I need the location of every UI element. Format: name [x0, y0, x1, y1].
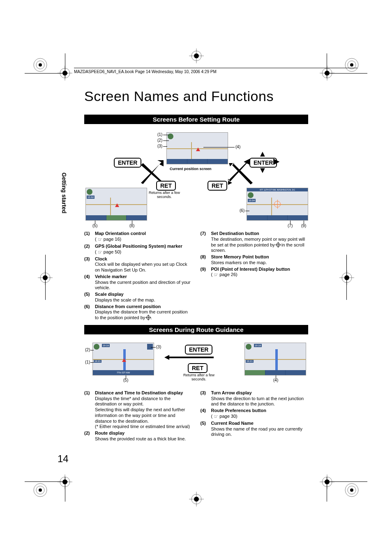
page: MAZDASPEED6_NAVI_EA.book Page 14 Wednesd…	[0, 0, 392, 555]
crop-line	[65, 477, 65, 502]
defs-left-col: (1)Map Orientation control( ☞ page 16) (…	[84, 231, 192, 322]
callout2-3: (3)	[156, 345, 161, 349]
defs-right-col: (7)Set Destination buttonThe destination…	[201, 231, 309, 322]
crop-line	[65, 53, 65, 78]
registration-cross-icon	[339, 270, 354, 285]
content-area: Screen Names and Functions Screens Befor…	[84, 88, 308, 443]
section-heading-2: Screens During Route Guidance	[84, 325, 308, 334]
screen-route-menu: 19:16 19:21	[244, 343, 306, 375]
callout2-1: (1)	[85, 360, 90, 364]
svg-point-24	[39, 488, 42, 492]
svg-marker-47	[229, 163, 253, 184]
callout-4: (4)	[235, 145, 240, 149]
definitions-section-2: (1)Distance and Time to Destination disp…	[84, 390, 308, 443]
enter-button-left: ENTER	[114, 158, 141, 168]
registration-cross-icon	[189, 492, 204, 507]
callout-5: (5)	[92, 223, 97, 228]
callout-9: (9)	[301, 223, 306, 228]
registration-mark-icon	[33, 58, 48, 72]
arrow-up-icon: ▲	[258, 150, 267, 158]
crosshair-icon	[276, 243, 280, 247]
section-heading-1: Screens Before Setting Route	[84, 115, 308, 124]
diagram-before-route: Current position screen (1) (2) (3) (4) …	[84, 128, 308, 231]
crop-line	[346, 255, 347, 300]
page-title: Screen Names and Functions	[84, 88, 308, 104]
section-tab-label: Getting started	[61, 173, 67, 214]
definitions-section-1: (1)Map Orientation control( ☞ page 16) (…	[84, 231, 308, 322]
svg-point-35	[350, 488, 353, 492]
svg-marker-48	[164, 355, 214, 360]
registration-mark-icon	[33, 483, 48, 497]
arrow-right-icon: ▶	[273, 157, 279, 165]
page-number: 14	[58, 453, 69, 465]
callout-2: (2)	[157, 138, 162, 143]
ret-button-2: RET	[188, 363, 208, 373]
crop-line	[324, 481, 367, 482]
arrow-down-icon: ▼	[258, 166, 267, 174]
registration-cross-icon	[189, 48, 204, 63]
callout2-2: (2)	[85, 348, 90, 352]
screen-current-position	[166, 132, 228, 164]
crop-line	[25, 481, 68, 482]
pdf-header: MAZDASPEED6_NAVI_EA.book Page 14 Wednesd…	[74, 68, 357, 74]
svg-point-9	[350, 63, 353, 67]
diagram-during-route: 19:16 19:21 7TH ST NW (1) (2) (3) (5) EN…	[84, 339, 308, 388]
ret-button-right: RET	[208, 181, 227, 191]
screen-scroll: 477 11TH ST NW, WASHINGTON, DC 15:34	[247, 188, 308, 221]
screen-menu: 15:32	[85, 188, 147, 221]
returns-text-2: Returns after a few seconds.	[180, 373, 217, 381]
callout-3: (3)	[157, 144, 162, 148]
callout-1: (1)	[157, 132, 162, 137]
crosshair-icon	[146, 315, 150, 320]
screen-route-guidance: 19:16 19:21 7TH ST NW	[92, 343, 154, 375]
callout-7: (7)	[288, 223, 293, 228]
crop-line	[45, 255, 46, 300]
callout-8: (8)	[129, 223, 134, 228]
enter-button-2: ENTER	[185, 345, 212, 355]
svg-point-2	[39, 63, 42, 67]
crop-line	[25, 73, 68, 74]
registration-mark-icon	[344, 483, 359, 497]
registration-cross-icon	[320, 474, 334, 489]
ret-button-left: RET	[156, 181, 176, 191]
callout-6: (6)	[240, 208, 244, 213]
returns-text-1: Returns after a few seconds.	[146, 191, 183, 199]
current-position-label: Current position screen	[170, 167, 212, 171]
crop-line	[327, 477, 327, 502]
crop-line	[327, 53, 327, 78]
